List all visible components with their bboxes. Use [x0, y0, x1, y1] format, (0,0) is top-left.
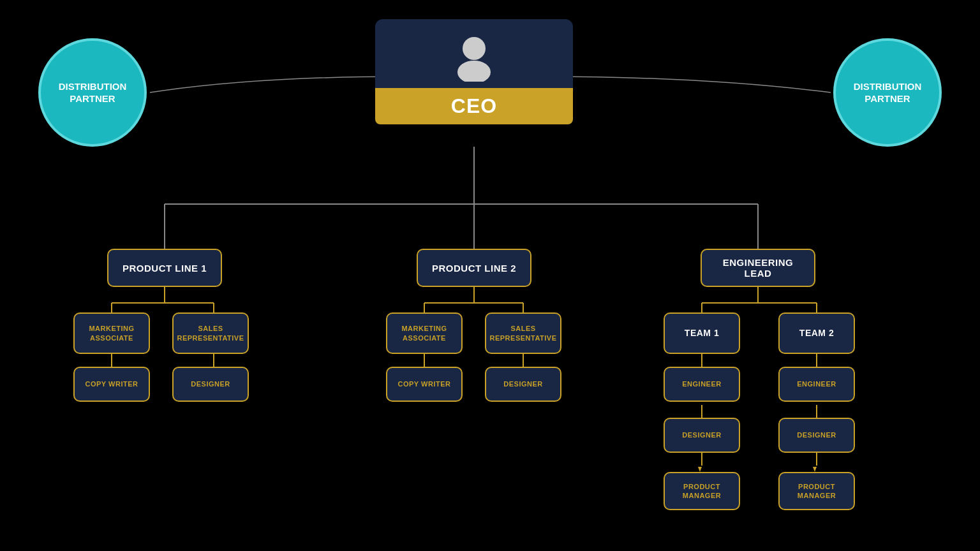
ceo-icon-box	[375, 19, 573, 88]
org-chart: DISTRIBUTION PARTNER DISTRIBUTION PARTNE…	[0, 0, 980, 551]
ceo-label: CEO	[451, 94, 497, 117]
svg-marker-40	[813, 467, 817, 472]
product-line-2-header: PRODUCT LINE 2	[417, 249, 531, 287]
distribution-partner-left: DISTRIBUTION PARTNER	[38, 38, 147, 147]
pl2-designer: DESIGNER	[485, 367, 561, 402]
engineering-lead-header: ENGINEERING LEAD	[701, 249, 815, 287]
eng-engineer-1: ENGINEER	[664, 367, 740, 402]
eng-engineer-2: ENGINEER	[778, 367, 855, 402]
pl2-sales-representative: SALES REPRESENTATIVE	[485, 312, 561, 354]
distribution-partner-right: DISTRIBUTION PARTNER	[833, 38, 942, 147]
svg-point-41	[463, 37, 486, 60]
pl2-marketing-associate: MARKETING ASSOCIATE	[386, 312, 463, 354]
ceo-card: CEO	[375, 19, 573, 124]
pl2-copy-writer: COPY WRITER	[386, 367, 463, 402]
ceo-avatar-icon	[449, 31, 500, 82]
pl1-designer: DESIGNER	[172, 367, 249, 402]
eng-product-manager-1: PRODUCT MANAGER	[664, 472, 740, 510]
pl1-marketing-associate: MARKETING ASSOCIATE	[73, 312, 150, 354]
eng-designer-2: DESIGNER	[778, 418, 855, 453]
pl1-copy-writer: COPY WRITER	[73, 367, 150, 402]
eng-product-manager-2: PRODUCT MANAGER	[778, 472, 855, 510]
svg-point-42	[457, 61, 491, 82]
eng-team-2: TEAM 2	[778, 312, 855, 354]
pl1-sales-representative: SALES REPRESENTATIVE	[172, 312, 249, 354]
ceo-label-box: CEO	[375, 88, 573, 124]
eng-designer-1: DESIGNER	[664, 418, 740, 453]
svg-marker-38	[698, 467, 702, 472]
eng-team-1: TEAM 1	[664, 312, 740, 354]
product-line-1-header: PRODUCT LINE 1	[107, 249, 222, 287]
